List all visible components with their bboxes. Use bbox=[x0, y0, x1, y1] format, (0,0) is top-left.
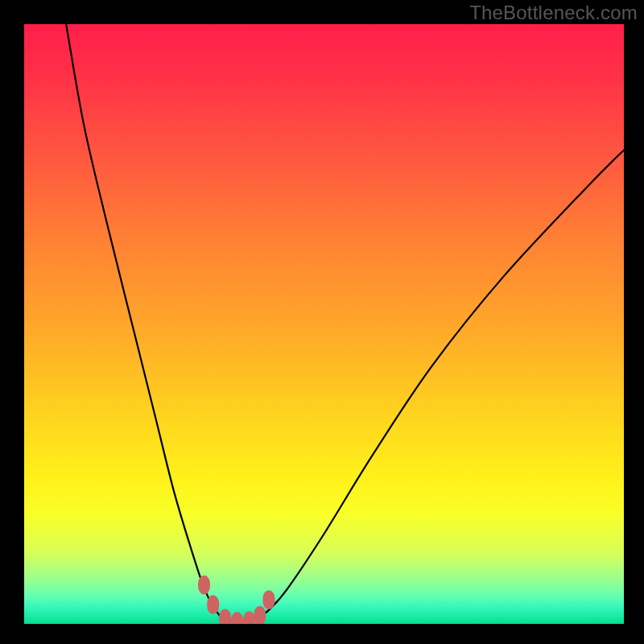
trough-marker bbox=[263, 590, 275, 609]
trough-marker bbox=[207, 595, 219, 614]
curve-svg bbox=[24, 24, 624, 624]
trough-marker bbox=[219, 609, 231, 624]
trough-marker bbox=[243, 611, 255, 624]
trough-marker bbox=[254, 606, 266, 624]
bottleneck-curve bbox=[66, 24, 624, 622]
plot-area bbox=[24, 24, 624, 624]
chart-frame: TheBottleneck.com bbox=[0, 0, 644, 644]
trough-marker bbox=[198, 576, 210, 595]
watermark-text: TheBottleneck.com bbox=[469, 2, 638, 24]
trough-markers-group bbox=[198, 576, 275, 624]
trough-marker bbox=[231, 612, 243, 624]
